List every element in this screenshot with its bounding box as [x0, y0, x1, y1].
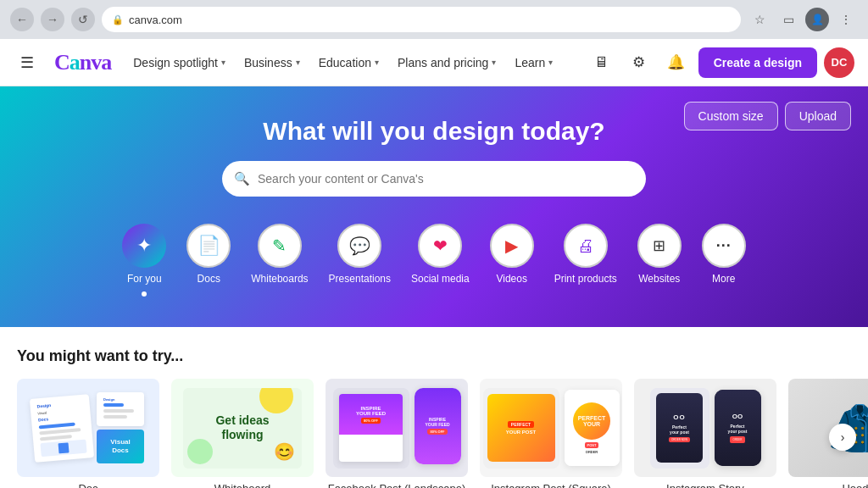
category-presentations[interactable]: 💬 Presentations — [319, 217, 401, 303]
wb-dot-2 — [187, 439, 213, 464]
learn-chevron: ▾ — [548, 58, 553, 67]
more-label: More — [712, 273, 735, 285]
forward-button[interactable]: → — [41, 8, 64, 31]
categories-row: ✦ For you 📄 Docs ✎ Whiteboards 💬 Present… — [17, 217, 851, 303]
whiteboards-icon: ✎ — [258, 224, 302, 268]
back-button[interactable]: ← — [10, 8, 34, 31]
browser-chrome: ← → ↺ 🔒 canva.com ☆ ▭ 👤 ⋮ — [0, 0, 868, 39]
category-social-media[interactable]: ❤ Social media — [401, 217, 480, 303]
facebook-post-card[interactable]: INSPIREYOUR FEED 80% OFF INSPIREYOUR FEE… — [326, 379, 468, 488]
ig-circle: PERFECTYOUR — [573, 402, 610, 440]
category-print-products[interactable]: 🖨 Print products — [544, 217, 627, 303]
print-products-icon: 🖨 — [564, 224, 608, 268]
address-bar[interactable]: 🔒 canva.com — [102, 7, 741, 32]
menu-button[interactable]: ⋮ — [834, 8, 858, 31]
category-docs[interactable]: 📄 Docs — [176, 217, 241, 303]
doc-card[interactable]: Design Visual Docs Design — [17, 379, 159, 488]
wb-dot-1 — [259, 388, 293, 413]
search-input[interactable] — [222, 161, 646, 197]
videos-icon: ▶ — [490, 224, 534, 268]
category-videos[interactable]: ▶ Videos — [480, 217, 544, 303]
more-icon: ··· — [702, 224, 746, 268]
custom-size-button[interactable]: Custom size — [684, 102, 778, 130]
whiteboard-card[interactable]: Get ideasflowing 😊 Whiteboard — [171, 379, 314, 488]
plans-chevron: ▾ — [492, 58, 496, 67]
docs-icon: 📄 — [186, 224, 231, 268]
hoodie-card[interactable]: 🧥 Hoodie — [788, 379, 868, 488]
browser-actions: ☆ ▭ 👤 ⋮ — [748, 8, 858, 31]
bell-icon: 🔔 — [667, 53, 685, 71]
next-arrow-button[interactable]: › — [829, 424, 856, 451]
gear-icon: ⚙ — [632, 53, 645, 71]
star-button[interactable]: ☆ — [748, 8, 771, 31]
tab-strip-button[interactable]: ▭ — [776, 8, 800, 31]
docs-label: Docs — [198, 273, 220, 285]
for-you-label: For you — [127, 273, 162, 285]
hero-banner: Custom size Upload What will you design … — [0, 86, 868, 327]
active-indicator — [142, 291, 147, 297]
cards-row: Design Visual Docs Design — [17, 379, 851, 488]
hoodie-card-image: 🧥 — [788, 379, 868, 477]
for-you-icon: ✦ — [122, 224, 166, 268]
design-spotlight-label: Design spotlight — [133, 56, 218, 69]
try-section: You might want to try... Design Visual D… — [0, 327, 868, 488]
navbar-right: 🖥 ⚙ 🔔 Create a design DC — [587, 47, 854, 78]
story-phone: OO Perfectyour post ORDER — [715, 390, 761, 466]
category-websites[interactable]: ⊞ Websites — [627, 217, 692, 303]
create-design-button[interactable]: Create a design — [698, 47, 817, 78]
story-cta: ORDER — [730, 436, 746, 443]
whiteboards-label: Whiteboards — [251, 273, 308, 285]
instagram-post-card[interactable]: PERFECT YOUR POST PERFECTYOUR POST ORDER — [480, 379, 622, 488]
nav-links: Design spotlight ▾ Business ▾ Education … — [125, 49, 582, 76]
phone-badge: 80% OFF — [427, 429, 447, 435]
phone-inspire-text: INSPIREYOUR FEED — [425, 417, 449, 427]
nav-business[interactable]: Business ▾ — [236, 49, 309, 76]
monitor-icon: 🖥 — [594, 54, 609, 71]
refresh-button[interactable]: ↺ — [71, 8, 95, 31]
whiteboard-card-label: Whiteboard — [171, 482, 314, 488]
hamburger-button[interactable]: ☰ — [14, 47, 41, 79]
nav-plans-pricing[interactable]: Plans and pricing ▾ — [389, 49, 504, 76]
category-more[interactable]: ··· More — [692, 217, 756, 303]
print-products-label: Print products — [554, 273, 617, 285]
browser-profile-button[interactable]: 👤 — [805, 8, 829, 31]
presentations-label: Presentations — [329, 273, 391, 285]
education-label: Education — [319, 56, 371, 69]
doc-card-label: Doc — [17, 482, 159, 488]
wb-smiley: 😊 — [274, 441, 295, 462]
presentations-icon: 💬 — [337, 224, 381, 268]
profile-avatar[interactable]: DC — [824, 47, 854, 78]
hero-top-actions: Custom size Upload — [684, 102, 851, 130]
nav-design-spotlight[interactable]: Design spotlight ▾ — [125, 49, 234, 76]
secure-icon: 🔒 — [112, 14, 124, 25]
phone-frame: INSPIREYOUR FEED 80% OFF — [415, 388, 461, 464]
upload-button[interactable]: Upload — [785, 102, 851, 130]
category-whiteboards[interactable]: ✎ Whiteboards — [241, 217, 318, 303]
ig-phone-frame: PERFECTYOUR POST ORDER — [565, 390, 620, 466]
social-media-label: Social media — [411, 273, 470, 285]
monitor-button[interactable]: 🖥 — [587, 47, 617, 78]
whiteboard-card-image: Get ideasflowing 😊 — [171, 379, 314, 477]
settings-button[interactable]: ⚙ — [624, 47, 654, 78]
search-bar: 🔍 — [222, 161, 646, 197]
nav-learn[interactable]: Learn ▾ — [506, 49, 561, 76]
category-for-you[interactable]: ✦ For you — [112, 217, 176, 303]
hoodie-card-label: Hoodie — [788, 482, 868, 488]
canva-logo: Canva — [54, 50, 111, 75]
plans-pricing-label: Plans and pricing — [398, 56, 488, 69]
url-text: canva.com — [129, 14, 182, 26]
websites-label: Websites — [638, 273, 680, 285]
wb-text: Get ideasflowing — [215, 413, 269, 442]
navbar: ☰ Canva Design spotlight ▾ Business ▾ Ed… — [0, 39, 868, 86]
instagram-card-image: PERFECT YOUR POST PERFECTYOUR POST ORDER — [480, 379, 622, 477]
story-card-image: OO Perfectyour post ORDER NOW OO Perfect… — [634, 379, 776, 477]
education-chevron: ▾ — [375, 58, 379, 67]
nav-education[interactable]: Education ▾ — [310, 49, 387, 76]
instagram-story-card[interactable]: OO Perfectyour post ORDER NOW OO Perfect… — [634, 379, 776, 488]
business-chevron: ▾ — [296, 58, 300, 67]
notifications-button[interactable]: 🔔 — [661, 47, 692, 78]
hoodie-placeholder: 🧥 — [788, 379, 868, 477]
ig-badge: POST — [585, 442, 599, 448]
business-label: Business — [244, 56, 292, 69]
videos-label: Videos — [496, 273, 526, 285]
